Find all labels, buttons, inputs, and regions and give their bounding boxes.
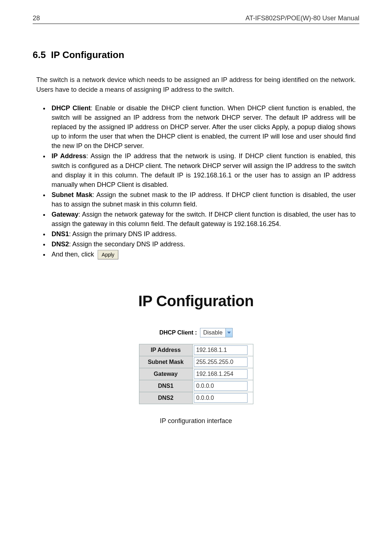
manual-title: AT-IFS802SP/POE(W)-80 User Manual bbox=[245, 15, 359, 22]
table-row: IP Address 192.168.1.1 bbox=[139, 344, 253, 356]
gateway-input[interactable]: 192.168.1.254 bbox=[194, 369, 248, 379]
bullet-term: DHCP Client bbox=[52, 104, 91, 112]
bullet-text: : Assign the network gateway for the swi… bbox=[52, 211, 356, 227]
bullet-term: Gateway bbox=[52, 211, 78, 218]
row-label: DNS2 bbox=[139, 392, 192, 404]
row-label: DNS1 bbox=[139, 380, 192, 392]
dhcp-client-select[interactable]: Disable bbox=[200, 328, 233, 337]
page-header: 28 AT-IFS802SP/POE(W)-80 User Manual bbox=[33, 15, 359, 24]
bullet-text: : Assign the subnet mask to the IP addre… bbox=[52, 191, 356, 208]
page-number: 28 bbox=[33, 15, 40, 22]
list-item: DHCP Client: Enable or disable the DHCP … bbox=[49, 103, 356, 151]
intro-paragraph: The switch is a network device which nee… bbox=[36, 75, 356, 95]
and-then-text: And then, click bbox=[52, 251, 94, 258]
bullet-text: : Assign the secondary DNS IP address. bbox=[69, 241, 185, 248]
ip-address-input[interactable]: 192.168.1.1 bbox=[194, 345, 248, 355]
section-title-text: IP Configuration bbox=[51, 49, 124, 60]
table-row: Gateway 192.168.1.254 bbox=[139, 368, 253, 380]
bullet-term: IP Address bbox=[52, 152, 86, 160]
feature-list: DHCP Client: Enable or disable the DHCP … bbox=[36, 103, 356, 260]
dns2-input[interactable]: 0.0.0.0 bbox=[194, 393, 248, 403]
subnet-mask-input[interactable]: 255.255.255.0 bbox=[194, 357, 248, 367]
list-item: Gateway: Assign the network gateway for … bbox=[49, 210, 356, 229]
table-row: DNS2 0.0.0.0 bbox=[139, 392, 253, 404]
table-row: Subnet Mask 255.255.255.0 bbox=[139, 356, 253, 368]
row-label: Subnet Mask bbox=[139, 356, 192, 368]
bullet-term: DNS2 bbox=[52, 241, 69, 248]
dns1-input[interactable]: 0.0.0.0 bbox=[194, 381, 248, 391]
section-number: 6.5 bbox=[33, 49, 46, 60]
bullet-text: : Enable or disable the DHCP client func… bbox=[52, 104, 356, 149]
table-row: DNS1 0.0.0.0 bbox=[139, 380, 253, 392]
config-screenshot: IP Configuration DHCP Client : Disable I… bbox=[33, 292, 359, 425]
list-item: IP Address: Assign the IP address that t… bbox=[49, 151, 356, 189]
apply-button[interactable]: Apply bbox=[98, 250, 118, 259]
list-item: Subnet Mask: Assign the subnet mask to t… bbox=[49, 190, 356, 209]
bullet-term: Subnet Mask bbox=[52, 191, 93, 198]
bullet-term: DNS1 bbox=[52, 230, 69, 238]
config-panel-title: IP Configuration bbox=[33, 292, 359, 310]
list-item: And then, click Apply bbox=[49, 250, 356, 259]
row-label: Gateway bbox=[139, 368, 192, 380]
figure-caption: IP configuration interface bbox=[33, 417, 359, 425]
list-item: DNS2: Assign the secondary DNS IP addres… bbox=[49, 239, 356, 249]
dhcp-client-value: Disable bbox=[200, 329, 225, 336]
ip-config-table: IP Address 192.168.1.1 Subnet Mask 255.2… bbox=[139, 344, 253, 404]
row-label: IP Address bbox=[139, 344, 192, 356]
bullet-text: : Assign the primary DNS IP address. bbox=[69, 230, 177, 238]
list-item: DNS1: Assign the primary DNS IP address. bbox=[49, 229, 356, 239]
chevron-down-icon bbox=[225, 328, 232, 337]
dhcp-client-label: DHCP Client : bbox=[159, 329, 197, 336]
section-heading: 6.5 IP Configuration bbox=[33, 49, 359, 61]
bullet-text: : Assign the IP address that the network… bbox=[52, 152, 356, 188]
